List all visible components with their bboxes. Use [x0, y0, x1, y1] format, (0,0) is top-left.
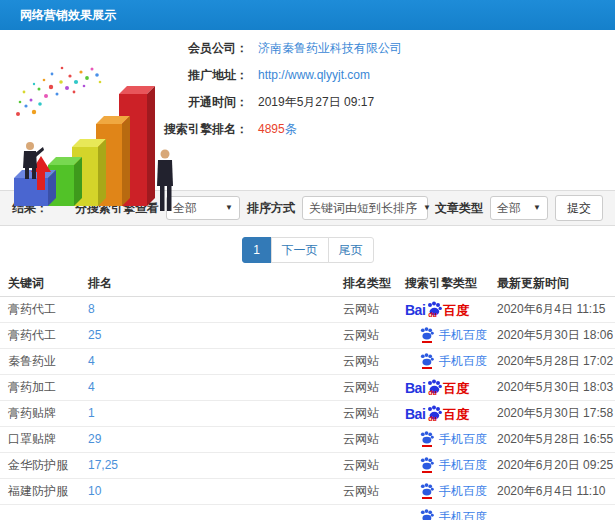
rank-link[interactable]: 10: [88, 484, 101, 498]
last-page-button[interactable]: 尾页: [328, 237, 374, 263]
article-type-label: 文章类型: [435, 200, 483, 217]
table-row: 膏药代工 25 云网站 手机百度 2020年5月30日 18:06: [0, 322, 615, 348]
mobile-baidu-paw-icon: [419, 509, 434, 520]
logo-underline: [422, 471, 432, 473]
keyword-cell: 膏药代工: [8, 328, 56, 342]
rank-link[interactable]: 17,25: [88, 458, 118, 472]
engine-cell: Baidu百度: [405, 374, 497, 400]
keyword-cell: 膏药代工: [8, 302, 56, 316]
engine-cell: 手机百度: [405, 504, 497, 520]
rank-link[interactable]: 1: [88, 406, 95, 420]
logo-underline: [422, 497, 432, 499]
keyword-cell: 福建防护服: [8, 484, 68, 498]
rank-type-cell: 云网站: [343, 432, 379, 446]
keyword-cell: 金华防护服: [8, 458, 68, 472]
sort-order-select[interactable]: 关键词由短到长排序▼: [302, 196, 428, 220]
keyword-cell: 秦鲁药业: [8, 354, 56, 368]
window-title-bar: 网络营销效果展示: [0, 0, 615, 30]
keyword-cell: 口罩贴牌: [8, 432, 56, 446]
url-row: 推广地址： http://www.qlyyjt.com: [0, 67, 615, 84]
rank-type-cell: 云网站: [343, 406, 379, 420]
updated-cell: 2020年5月30日 17:58: [497, 406, 613, 420]
rank-link[interactable]: 29: [88, 432, 101, 446]
rank-link[interactable]: 25: [88, 328, 101, 342]
submit-button[interactable]: 提交: [555, 195, 603, 221]
table-row: 金华防护服 17,25 云网站 手机百度 2020年6月20日 09:25: [0, 452, 615, 478]
col-header-keyword: 关键词: [0, 272, 88, 296]
updated-cell: 2020年5月28日 17:02: [497, 354, 613, 368]
updated-cell: 2020年5月30日 18:06: [497, 328, 613, 342]
rank-type-cell: 云网站: [343, 458, 379, 472]
url-label: 推广地址：: [0, 67, 248, 84]
rank-type-cell: 云网站: [343, 354, 379, 368]
engine-cell: 手机百度: [405, 348, 497, 374]
article-type-select[interactable]: 全部▼: [490, 196, 548, 220]
table-row: 秦鲁药业 4 云网站 手机百度 2020年5月28日 17:02: [0, 348, 615, 374]
baidu-logo: Baidu百度: [405, 405, 469, 421]
rank-type-cell: 云网站: [343, 328, 379, 342]
engine-cell: 手机百度: [405, 478, 497, 504]
table-row: 福建防护服 10 云网站 手机百度 2020年6月4日 11:10: [0, 478, 615, 504]
rank-type-cell: 云网站: [343, 302, 379, 316]
next-page-button[interactable]: 下一页: [271, 237, 329, 263]
company-row: 会员公司： 济南秦鲁药业科技有限公司: [0, 40, 615, 57]
mobile-baidu-logo: 手机百度: [419, 483, 487, 500]
keyword-ranking-table: 关键词 排名 排名类型 搜索引擎类型 最新更新时间 膏药代工 8 云网站 Bai…: [0, 272, 615, 520]
col-header-rank: 排名: [88, 272, 343, 296]
engine-cell: 手机百度: [405, 426, 497, 452]
updated-cell: 2020年6月4日 11:15: [497, 302, 606, 316]
rank-link[interactable]: 4: [88, 354, 95, 368]
summary-section: 会员公司： 济南秦鲁药业科技有限公司 推广地址： http://www.qlyy…: [0, 30, 615, 190]
updated-cell: 2020年6月4日 11:10: [497, 484, 606, 498]
chevron-down-icon: ▼: [423, 197, 431, 219]
engine-cell: 手机百度: [405, 452, 497, 478]
updated-cell: 2020年5月30日 18:03: [497, 380, 613, 394]
mobile-baidu-logo: 手机百度: [419, 353, 487, 370]
baidu-logo: Baidu百度: [405, 379, 469, 395]
open-time-value: 2019年5月27日 09:17: [258, 94, 374, 111]
chevron-down-icon: ▼: [533, 197, 541, 219]
mobile-baidu-logo: 手机百度: [419, 431, 487, 448]
open-time-label: 开通时间：: [0, 94, 248, 111]
page-button-current[interactable]: 1: [242, 237, 272, 263]
page-title: 网络营销效果展示: [20, 8, 116, 22]
col-header-updated: 最新更新时间: [497, 272, 615, 296]
engine-cell: Baidu百度: [405, 400, 497, 426]
mobile-baidu-paw-icon: [419, 353, 434, 366]
rank-link[interactable]: 8: [88, 302, 95, 316]
promo-url-link[interactable]: http://www.qlyyjt.com: [258, 67, 370, 84]
updated-cell: 2020年5月28日 16:55: [497, 432, 613, 446]
table-row: 手机百度: [0, 504, 615, 520]
member-info: 会员公司： 济南秦鲁药业科技有限公司 推广地址： http://www.qlyy…: [0, 40, 615, 148]
table-header-row: 关键词 排名 排名类型 搜索引擎类型 最新更新时间: [0, 272, 615, 296]
baidu-logo: Baidu百度: [405, 301, 469, 317]
rank-link[interactable]: 4: [88, 380, 95, 394]
chevron-down-icon: ▼: [225, 197, 233, 219]
mobile-baidu-paw-icon: [419, 457, 434, 470]
rank-type-cell: 云网站: [343, 484, 379, 498]
mobile-baidu-paw-icon: [419, 483, 434, 496]
mobile-baidu-paw-icon: [419, 431, 434, 444]
table-body: 膏药代工 8 云网站 Baidu百度 2020年6月4日 11:15 膏药代工 …: [0, 296, 615, 520]
mobile-baidu-paw-icon: [419, 327, 434, 340]
table-row: 膏药代工 8 云网站 Baidu百度 2020年6月4日 11:15: [0, 296, 615, 322]
mobile-baidu-logo: 手机百度: [419, 457, 487, 474]
mobile-baidu-logo: 手机百度: [419, 509, 487, 520]
col-header-engine-type: 搜索引擎类型: [405, 272, 497, 296]
logo-underline: [422, 341, 432, 343]
keyword-cell: 膏药加工: [8, 380, 56, 394]
keyword-cell: 膏药贴牌: [8, 406, 56, 420]
table-row: 口罩贴牌 29 云网站 手机百度 2020年5月28日 16:55: [0, 426, 615, 452]
logo-underline: [422, 367, 432, 369]
sort-filter-label: 排序方式: [247, 200, 295, 217]
engine-cell: Baidu百度: [405, 296, 497, 322]
rank-type-cell: 云网站: [343, 380, 379, 394]
engine-rank-row: 搜索引擎排名： 4895条: [0, 121, 615, 138]
logo-underline: [422, 445, 432, 447]
businessman-right: [157, 150, 173, 212]
open-time-row: 开通时间： 2019年5月27日 09:17: [0, 94, 615, 111]
engine-rank-value: 4895条: [258, 121, 297, 138]
table-row: 膏药贴牌 1 云网站 Baidu百度 2020年5月30日 17:58: [0, 400, 615, 426]
company-link[interactable]: 济南秦鲁药业科技有限公司: [258, 40, 402, 57]
engine-rank-label: 搜索引擎排名：: [0, 121, 248, 138]
